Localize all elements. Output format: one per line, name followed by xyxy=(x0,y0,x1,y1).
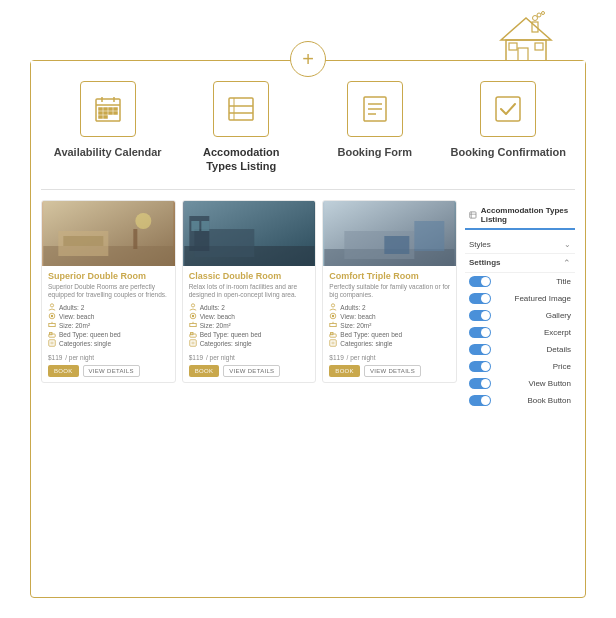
styles-chevron: ⌄ xyxy=(564,240,571,249)
toggle-featured-image: Featured Image xyxy=(465,290,575,307)
main-container: + xyxy=(30,60,586,598)
svg-rect-72 xyxy=(330,324,336,327)
room-card-2-price: $119 / per night xyxy=(189,351,310,362)
room-card-2-view-button[interactable]: VIEW DETAILS xyxy=(223,365,280,377)
room-card-3-view-button[interactable]: VIEW DETAILS xyxy=(364,365,421,377)
room-card-2-feature-2: Size: 20m² xyxy=(189,321,310,329)
svg-point-71 xyxy=(332,315,334,317)
step-booking-form-label: Booking Form xyxy=(337,145,412,159)
svg-point-8 xyxy=(542,12,545,15)
room-card-2-image xyxy=(183,201,316,266)
toggle-book-button: Book Button xyxy=(465,392,575,409)
panel-header-icon xyxy=(469,210,477,220)
room-card-2-feature-1: View: beach xyxy=(189,312,310,320)
panel-header: Accommodation Types Listing xyxy=(465,200,575,230)
svg-rect-23 xyxy=(229,98,253,120)
right-panel: Accommodation Types Listing Styles ⌄ Set… xyxy=(465,200,575,409)
toggle-gallery-switch[interactable] xyxy=(469,310,491,321)
room-card-2-feature-3: Bed Type: queen bed xyxy=(189,330,310,338)
step-types[interactable]: AccomodationTypes Listing xyxy=(181,81,301,174)
listing-icon xyxy=(213,81,269,137)
room-card-3-price: $119 / per night xyxy=(329,351,450,362)
settings-chevron-up: ⌃ xyxy=(563,258,571,268)
room-card-1-feature-3: Bed Type: queen bed xyxy=(48,330,169,338)
room-card-1-body: Superior Double Room Superior Double Roo… xyxy=(42,266,175,383)
room-card-2-desc: Relax lots of in-room facilities and are… xyxy=(189,283,310,300)
toggle-view-button-label: View Button xyxy=(528,379,571,388)
top-connector: + xyxy=(290,41,326,77)
svg-rect-16 xyxy=(114,108,117,110)
room-card-3-title: Comfort Triple Room xyxy=(329,271,450,281)
panel-settings-header[interactable]: Settings ⌃ xyxy=(465,254,575,273)
room-card-1-image xyxy=(42,201,175,266)
toggle-price-switch[interactable] xyxy=(469,361,491,372)
toggle-title-label: Title xyxy=(556,277,571,286)
svg-rect-53 xyxy=(201,221,209,231)
svg-rect-37 xyxy=(133,229,137,249)
svg-rect-22 xyxy=(104,116,107,118)
svg-rect-45 xyxy=(49,340,55,346)
room-card-1-feature-0: Adults: 2 xyxy=(48,303,169,311)
room-card-2-title: Classic Double Room xyxy=(189,271,310,281)
toggle-title: Title xyxy=(465,273,575,290)
svg-rect-76 xyxy=(330,340,336,346)
svg-rect-19 xyxy=(109,112,112,114)
toggle-view-button-switch[interactable] xyxy=(469,378,491,389)
step-availability-label: Availability Calendar xyxy=(54,145,162,159)
room-card-3-book-button[interactable]: BOOK xyxy=(329,365,360,377)
toggle-featured-image-switch[interactable] xyxy=(469,293,491,304)
svg-marker-0 xyxy=(501,18,551,40)
svg-rect-52 xyxy=(191,221,199,231)
svg-rect-67 xyxy=(415,221,445,251)
toggle-gallery: Gallery xyxy=(465,307,575,324)
svg-rect-13 xyxy=(99,108,102,110)
step-availability[interactable]: Availability Calendar xyxy=(48,81,168,159)
cards-row: Superior Double Room Superior Double Roo… xyxy=(41,200,457,384)
step-booking-form[interactable]: Booking Form xyxy=(315,81,435,159)
svg-point-56 xyxy=(191,315,193,317)
room-card-3-feature-1: View: beach xyxy=(329,312,450,320)
room-card-1: Superior Double Room Superior Double Roo… xyxy=(41,200,176,384)
svg-rect-44 xyxy=(50,333,52,335)
svg-rect-14 xyxy=(104,108,107,110)
svg-point-6 xyxy=(533,16,538,21)
room-card-2-book-button[interactable]: BOOK xyxy=(189,365,220,377)
toggle-gallery-label: Gallery xyxy=(546,311,571,320)
room-card-3-feature-4: Categories: single xyxy=(329,339,450,347)
toggle-details-label: Details xyxy=(547,345,571,354)
room-card-2-feature-4: Categories: single xyxy=(189,339,310,347)
room-card-1-book-button[interactable]: BOOK xyxy=(48,365,79,377)
toggle-title-switch[interactable] xyxy=(469,276,491,287)
room-card-1-title: Superior Double Room xyxy=(48,271,169,281)
toggle-details-switch[interactable] xyxy=(469,344,491,355)
room-card-2-feature-0: Adults: 2 xyxy=(189,303,310,311)
svg-rect-41 xyxy=(49,324,55,327)
confirm-icon xyxy=(480,81,536,137)
svg-rect-21 xyxy=(99,116,102,118)
svg-rect-15 xyxy=(109,108,112,110)
svg-rect-60 xyxy=(190,333,192,335)
cards-area: Superior Double Room Superior Double Roo… xyxy=(41,200,457,409)
step-booking-confirm[interactable]: Booking Confirmation xyxy=(448,81,568,159)
room-card-1-price: $119 / per night xyxy=(48,351,169,362)
svg-rect-31 xyxy=(496,97,520,121)
room-card-1-buttons: BOOK VIEW DETAILS xyxy=(48,365,169,377)
svg-rect-3 xyxy=(509,43,517,50)
toggle-book-button-switch[interactable] xyxy=(469,395,491,406)
toggle-price-label: Price xyxy=(553,362,571,371)
calendar-icon xyxy=(80,81,136,137)
styles-label: Styles xyxy=(469,240,491,249)
room-card-1-desc: Superior Double Rooms are perfectly equi… xyxy=(48,283,169,300)
svg-rect-75 xyxy=(331,333,333,335)
room-card-2-buttons: BOOK VIEW DETAILS xyxy=(189,365,310,377)
room-card-1-view-button[interactable]: VIEW DETAILS xyxy=(83,365,140,377)
svg-rect-35 xyxy=(63,236,103,246)
room-card-3-body: Comfort Triple Room Perfectly suitable f… xyxy=(323,266,456,383)
toggle-excerpt-switch[interactable] xyxy=(469,327,491,338)
room-card-3-buttons: BOOK VIEW DETAILS xyxy=(329,365,450,377)
panel-styles-row[interactable]: Styles ⌄ xyxy=(465,236,575,254)
toggle-excerpt-label: Excerpt xyxy=(544,328,571,337)
svg-point-40 xyxy=(51,315,53,317)
step-types-label: AccomodationTypes Listing xyxy=(203,145,279,174)
room-card-2-body: Classic Double Room Relax lots of in-roo… xyxy=(183,266,316,383)
